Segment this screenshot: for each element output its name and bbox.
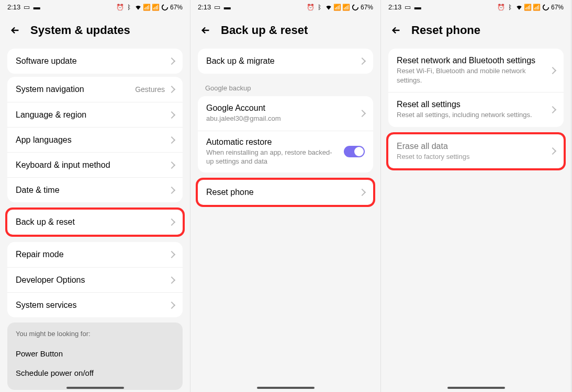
label: Back up & migrate: [206, 56, 360, 66]
row-reset-all-settings[interactable]: Reset all settings Reset all settings, i…: [388, 92, 564, 127]
card-google-backup: Google Account abu.jaleel30@gmail.com Au…: [198, 96, 373, 172]
row-system-services[interactable]: System services: [7, 292, 183, 317]
status-time: 2:13: [7, 3, 20, 11]
briefcase-icon: ▬: [33, 4, 40, 11]
chevron-right-icon: [168, 86, 175, 93]
chevron-right-icon: [168, 111, 175, 118]
row-language-region[interactable]: Language & region: [7, 102, 183, 127]
chevron-right-icon: [168, 186, 175, 193]
card-reset-options: Reset network and Bluetooth settings Res…: [388, 49, 564, 127]
label: Language & region: [16, 110, 169, 120]
page-title: Reset phone: [411, 24, 480, 37]
highlight-erase-all-data: Erase all data Reset to factory settings: [386, 132, 566, 171]
subtitle: Reset all settings, including network se…: [397, 110, 550, 120]
section-google-backup: Google backup: [190, 79, 380, 96]
back-icon[interactable]: [200, 25, 211, 36]
label: Reset network and Bluetooth settings: [397, 56, 550, 65]
svg-point-1: [353, 4, 358, 10]
suggestion-schedule-power[interactable]: Schedule power on/off: [16, 363, 174, 383]
status-time: 2:13: [388, 3, 401, 11]
row-developer-options[interactable]: Developer Options: [7, 267, 183, 292]
screen-reset-phone: 2:13 ▭ ▬ ⏰ ᛒ 📶 📶 67% Reset phone Reset n…: [381, 0, 571, 392]
suggestion-power-button[interactable]: Power Button: [16, 344, 174, 363]
page-header: Back up & reset: [190, 13, 380, 49]
back-icon[interactable]: [390, 25, 402, 36]
label: Date & time: [16, 186, 169, 195]
chevron-right-icon: [168, 136, 175, 143]
bluetooth-icon: ᛒ: [316, 4, 323, 11]
wifi-icon: [325, 4, 332, 11]
wifi-icon: [134, 4, 142, 11]
nav-bar[interactable]: [66, 387, 124, 389]
label: Automatic restore: [206, 137, 339, 147]
subtitle: Reset to factory settings: [397, 152, 550, 162]
back-icon[interactable]: [9, 25, 21, 36]
chevron-right-icon: [549, 106, 556, 113]
chevron-right-icon: [358, 57, 366, 65]
alarm-icon: ⏰: [117, 4, 124, 11]
label: Reset all settings: [397, 100, 550, 109]
highlight-backup-reset: Back up & reset: [5, 207, 185, 237]
row-automatic-restore[interactable]: Automatic restore When reinstalling an a…: [198, 131, 373, 172]
card-backup-migrate: Back up & migrate: [198, 49, 373, 74]
screen-backup-reset: 2:13 ▭ ▬ ⏰ ᛒ 📶 📶 67% Back up & reset Bac…: [190, 0, 381, 392]
highlight-reset-phone: Reset phone: [196, 178, 375, 207]
chevron-right-icon: [549, 66, 556, 74]
signal-icon-2: 📶: [533, 4, 541, 11]
screen-system-updates: 2:13 ▭ ▬ ⏰ ᛒ 📶 📶 67% System & updates So…: [0, 0, 190, 392]
battery-ring-icon: [352, 4, 359, 11]
card-reset-phone: Reset phone: [198, 180, 373, 205]
nav-bar[interactable]: [447, 387, 505, 389]
wifi-icon: [515, 4, 523, 11]
card-extras: Repair mode Developer Options System ser…: [7, 242, 183, 317]
suggestions-header: You might be looking for:: [16, 330, 174, 338]
signal-icon-2: 📶: [343, 4, 350, 11]
label: App languages: [16, 135, 169, 145]
subtitle: When reinstalling an app, restore backed…: [206, 148, 339, 166]
label: Developer Options: [16, 275, 169, 285]
row-google-account[interactable]: Google Account abu.jaleel30@gmail.com: [198, 96, 373, 131]
row-backup-migrate[interactable]: Back up & migrate: [198, 49, 373, 74]
calendar-icon: ▭: [214, 4, 221, 11]
status-bar: 2:13 ▭ ▬ ⏰ ᛒ 📶 📶 67%: [0, 0, 190, 13]
label: Erase all data: [397, 142, 550, 151]
bluetooth-icon: ᛒ: [126, 4, 133, 11]
calendar-icon: ▭: [404, 4, 411, 11]
battery-ring-icon: [542, 4, 549, 11]
card-backup-reset: Back up & reset: [7, 210, 183, 235]
status-bar: 2:13 ▭ ▬ ⏰ ᛒ 📶 📶 67%: [381, 0, 571, 13]
chevron-right-icon: [168, 301, 175, 308]
chevron-right-icon: [168, 218, 175, 226]
svg-point-0: [162, 4, 168, 10]
toggle-automatic-restore[interactable]: [344, 146, 365, 157]
row-reset-network[interactable]: Reset network and Bluetooth settings Res…: [388, 49, 564, 92]
chevron-right-icon: [168, 161, 175, 168]
label: Repair mode: [16, 250, 169, 259]
row-repair-mode[interactable]: Repair mode: [7, 242, 183, 267]
row-erase-all-data[interactable]: Erase all data Reset to factory settings: [388, 134, 564, 169]
page-header: System & updates: [0, 13, 190, 49]
row-date-time[interactable]: Date & time: [7, 177, 183, 202]
signal-icon-2: 📶: [152, 4, 160, 11]
row-system-navigation[interactable]: System navigation Gestures: [7, 77, 183, 102]
chevron-right-icon: [549, 147, 556, 155]
battery-percent: 67%: [170, 4, 183, 11]
calendar-icon: ▭: [23, 4, 30, 11]
card-software-update: Software update: [7, 49, 183, 74]
row-app-languages[interactable]: App languages: [7, 127, 183, 152]
card-system-group: System navigation Gestures Language & re…: [7, 77, 183, 202]
battery-ring-icon: [161, 4, 169, 11]
status-bar: 2:13 ▭ ▬ ⏰ ᛒ 📶 📶 67%: [190, 0, 380, 13]
nav-bar[interactable]: [257, 387, 315, 389]
label: Keyboard & input method: [16, 160, 169, 170]
row-keyboard-input[interactable]: Keyboard & input method: [7, 152, 183, 177]
signal-icon: 📶: [524, 4, 532, 11]
chevron-right-icon: [168, 57, 175, 65]
alarm-icon: ⏰: [498, 4, 505, 11]
row-backup-reset[interactable]: Back up & reset: [7, 210, 183, 235]
row-reset-phone[interactable]: Reset phone: [198, 180, 373, 205]
subtitle: abu.jaleel30@gmail.com: [206, 114, 360, 123]
label: Google Account: [206, 103, 360, 113]
row-software-update[interactable]: Software update: [7, 49, 183, 74]
card-erase-all-data: Erase all data Reset to factory settings: [388, 134, 564, 169]
